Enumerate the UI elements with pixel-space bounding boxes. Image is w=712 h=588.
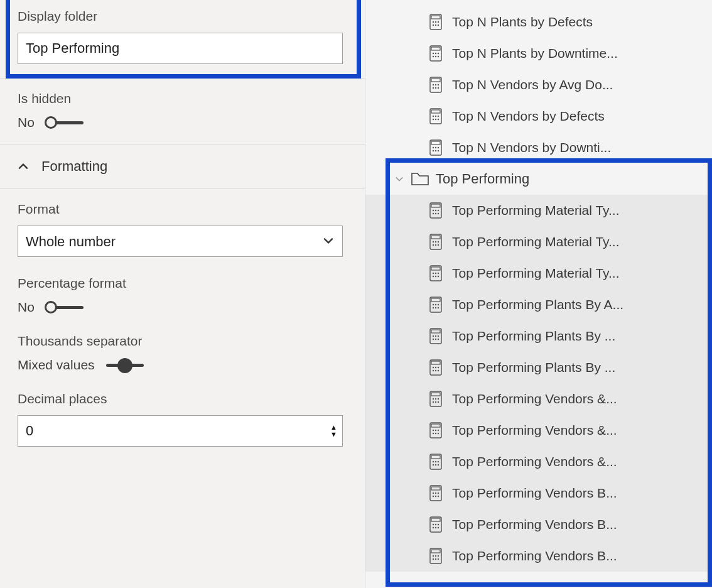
svg-point-29 <box>433 119 434 120</box>
svg-point-28 <box>438 116 439 117</box>
svg-point-133 <box>433 558 434 560</box>
measure-item[interactable]: Top N Plants by Defects <box>365 6 712 38</box>
svg-point-55 <box>438 244 439 246</box>
measure-item[interactable]: Top Performing Plants By ... <box>365 352 712 383</box>
svg-rect-49 <box>431 236 440 239</box>
svg-rect-121 <box>431 518 440 521</box>
measure-item[interactable]: Top N Vendors by Downti... <box>365 132 712 163</box>
svg-point-117 <box>433 496 434 497</box>
measure-label: Top Performing Material Ty... <box>452 234 620 249</box>
measure-icon <box>428 45 443 62</box>
thousands-separator-value: Mixed values <box>18 357 95 373</box>
svg-point-116 <box>438 493 439 494</box>
measure-label: Top Performing Material Ty... <box>452 203 620 218</box>
measure-item[interactable]: Top N Plants by Downtime... <box>365 38 712 69</box>
is-hidden-toggle[interactable] <box>46 116 87 129</box>
svg-point-114 <box>433 493 434 494</box>
svg-point-91 <box>435 398 436 400</box>
svg-rect-89 <box>431 393 440 396</box>
svg-point-125 <box>433 527 434 528</box>
svg-point-53 <box>433 244 434 246</box>
svg-point-14 <box>435 56 436 57</box>
measure-item[interactable]: Top Performing Vendors B... <box>365 477 712 509</box>
svg-rect-97 <box>431 424 440 427</box>
svg-point-23 <box>438 87 439 89</box>
measure-item[interactable]: Top Performing Vendors &... <box>365 415 712 446</box>
measure-label: Top N Plants by Defects <box>452 14 593 30</box>
thousands-separator-block: Thousands separator Mixed values <box>18 334 347 373</box>
fields-pane: Top N Plants by DefectsTop N Plants by D… <box>365 0 712 588</box>
svg-rect-65 <box>431 298 440 302</box>
decimal-places-block: Decimal places 0 ▲▼ <box>18 391 347 447</box>
svg-point-10 <box>433 53 434 54</box>
measure-item[interactable]: Top Performing Plants By ... <box>365 320 712 352</box>
measure-item[interactable]: Top N Vendors by Avg Do... <box>365 69 712 101</box>
is-hidden-label: Is hidden <box>18 91 347 106</box>
display-folder-input[interactable] <box>18 33 343 64</box>
svg-point-45 <box>433 213 434 214</box>
measure-item[interactable]: Top Performing Plants By A... <box>365 289 712 320</box>
svg-point-79 <box>438 339 439 340</box>
svg-point-18 <box>433 84 434 85</box>
svg-point-111 <box>438 464 439 466</box>
folder-row[interactable]: Top Performing <box>365 163 712 195</box>
measure-icon <box>428 359 443 376</box>
decimal-places-value: 0 <box>26 423 33 439</box>
svg-point-93 <box>433 401 434 403</box>
svg-point-34 <box>433 147 434 148</box>
measure-item[interactable]: Top Performing Vendors &... <box>365 446 712 477</box>
svg-point-22 <box>435 87 436 89</box>
thousands-separator-toggle[interactable] <box>106 358 147 372</box>
svg-point-30 <box>435 119 436 120</box>
measure-icon <box>428 516 443 533</box>
svg-point-60 <box>438 273 439 274</box>
measure-label: Top Performing Vendors B... <box>452 548 617 564</box>
measure-item[interactable]: Top Performing Vendors B... <box>365 540 712 572</box>
svg-rect-129 <box>431 550 440 553</box>
format-select[interactable]: Whole number <box>18 226 343 257</box>
measure-item[interactable]: Top Performing Material Ty... <box>365 258 712 289</box>
measure-item[interactable]: Top Performing Material Ty... <box>365 195 712 226</box>
measure-label: Top N Vendors by Defects <box>452 109 605 124</box>
spinner-arrows-icon[interactable]: ▲▼ <box>330 425 337 437</box>
format-label: Format <box>18 202 347 217</box>
measure-item[interactable]: Top Performing Material Ty... <box>365 226 712 258</box>
chevron-up-icon <box>18 161 29 172</box>
svg-point-51 <box>435 241 436 242</box>
svg-point-77 <box>433 339 434 340</box>
svg-point-110 <box>435 464 436 466</box>
measure-label: Top Performing Plants By A... <box>452 297 623 312</box>
measure-label: Top Performing Vendors &... <box>452 454 617 469</box>
chevron-down-icon <box>393 173 406 185</box>
svg-point-86 <box>435 370 436 371</box>
measure-icon <box>428 547 443 565</box>
svg-rect-25 <box>431 110 440 113</box>
measure-icon <box>428 233 443 251</box>
svg-point-92 <box>438 398 439 400</box>
svg-rect-1 <box>431 16 440 19</box>
svg-point-6 <box>435 24 436 26</box>
svg-point-130 <box>433 555 434 557</box>
formatting-section-header[interactable]: Formatting <box>0 144 365 189</box>
percentage-format-toggle[interactable] <box>46 300 87 314</box>
measure-item[interactable]: Top Performing Vendors &... <box>365 383 712 415</box>
svg-point-38 <box>435 150 436 151</box>
svg-point-61 <box>433 276 434 277</box>
measure-icon <box>428 422 443 439</box>
formatting-body: Format Whole number Percentage format No <box>0 189 365 472</box>
svg-rect-57 <box>431 267 440 270</box>
measure-icon <box>428 484 443 502</box>
svg-point-122 <box>433 524 434 525</box>
svg-point-82 <box>433 367 434 368</box>
decimal-places-spinner[interactable]: 0 ▲▼ <box>18 415 343 447</box>
svg-point-108 <box>438 461 439 462</box>
folder-children: Top Performing Material Ty...Top Perform… <box>365 195 712 572</box>
svg-point-102 <box>435 433 436 434</box>
svg-point-84 <box>438 367 439 368</box>
svg-point-59 <box>435 273 436 274</box>
measure-item[interactable]: Top N Vendors by Defects <box>365 101 712 132</box>
measure-item[interactable]: Top Performing Vendors B... <box>365 509 712 540</box>
svg-point-43 <box>435 210 436 211</box>
svg-point-123 <box>435 524 436 525</box>
svg-rect-41 <box>431 204 440 207</box>
